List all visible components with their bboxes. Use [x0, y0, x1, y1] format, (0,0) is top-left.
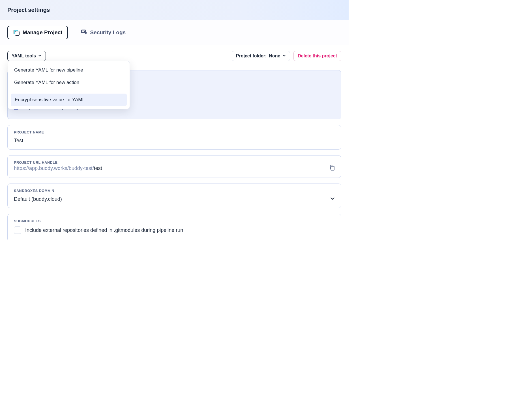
tab-security-logs[interactable]: Security Logs [76, 26, 131, 39]
svg-rect-2 [82, 31, 84, 32]
project-url-card: PROJECT URL HANDLE https://app.buddy.wor… [7, 155, 341, 178]
tabs-row: Manage Project Security Logs [0, 20, 349, 45]
tab-security-label: Security Logs [90, 29, 126, 36]
chevron-down-icon [330, 196, 335, 202]
tab-manage-label: Manage Project [23, 29, 62, 36]
shield-log-icon [81, 29, 87, 36]
windows-icon [13, 29, 20, 36]
yaml-tools-dropdown: Generate YAML for new pipeline Generate … [8, 61, 130, 109]
project-url-label: PROJECT URL HANDLE [8, 156, 341, 165]
tab-manage-project[interactable]: Manage Project [7, 26, 68, 39]
submodules-card: SUBMODULES Include external repositories… [7, 214, 341, 239]
copy-icon[interactable] [329, 165, 335, 172]
toolbar: YAML tools Generate YAML for new pipelin… [0, 45, 349, 63]
page-header: Project settings [0, 0, 349, 20]
project-url-slug-input[interactable]: test [94, 165, 102, 171]
page-title: Project settings [7, 7, 341, 13]
project-folder-label: Project folder: [236, 53, 267, 59]
svg-rect-3 [331, 166, 334, 170]
project-name-card: PROJECT NAME Test [7, 125, 341, 150]
sandboxes-value: Default (buddy.cloud) [14, 196, 62, 202]
project-name-input[interactable]: Test [8, 134, 341, 149]
project-url-prefix: https://app.buddy.works/buddy-test/ [14, 165, 94, 171]
sandboxes-label: SANDBOXES DOMAIN [8, 184, 341, 193]
sandboxes-select[interactable]: Default (buddy.cloud) [8, 193, 341, 208]
dropdown-item-encrypt[interactable]: Encrypt sensitive value for YAML [11, 94, 127, 106]
yaml-tools-label: YAML tools [12, 53, 36, 59]
project-name-label: PROJECT NAME [8, 125, 341, 134]
dropdown-item-generate-pipeline[interactable]: Generate YAML for new pipeline [8, 64, 130, 76]
svg-rect-1 [82, 30, 85, 31]
dropdown-item-generate-action[interactable]: Generate YAML for new action [8, 76, 130, 89]
delete-project-button[interactable]: Delete this project [293, 51, 341, 61]
project-folder-value: None [269, 53, 280, 59]
chevron-down-icon [282, 53, 286, 59]
sandboxes-card: SANDBOXES DOMAIN Default (buddy.cloud) [7, 184, 341, 208]
submodules-label: SUBMODULES [8, 214, 341, 223]
submodules-checkbox[interactable] [14, 226, 21, 234]
submodules-checkbox-label: Include external repositories defined in… [25, 227, 183, 233]
yaml-tools-button[interactable]: YAML tools [7, 51, 46, 61]
chevron-down-icon [38, 53, 42, 59]
dropdown-divider [8, 91, 130, 91]
project-folder-button[interactable]: Project folder: None [232, 51, 290, 61]
